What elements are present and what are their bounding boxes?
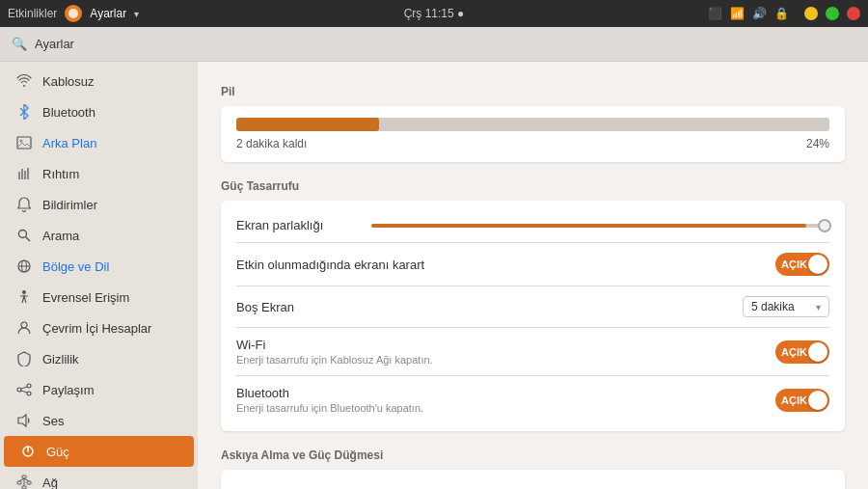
svg-rect-4 <box>21 169 23 179</box>
divider-3 <box>236 327 829 328</box>
wifi-toggle-knob <box>808 342 827 362</box>
svg-line-8 <box>26 237 31 242</box>
sidebar-item-hesaplar[interactable]: Çevrim İçi Hesaplar <box>0 312 198 343</box>
lock-icon: 🔒 <box>774 7 789 20</box>
brightness-thumb[interactable] <box>818 219 831 232</box>
svg-point-7 <box>19 231 27 238</box>
svg-point-0 <box>68 9 78 18</box>
svg-line-28 <box>24 478 29 481</box>
guc-label: Güç <box>46 445 178 459</box>
power-saving-section-label: Güç Tasarrufu <box>221 179 845 193</box>
window-btn-max[interactable] <box>826 7 839 20</box>
blank-screen-dropdown[interactable]: 5 dakika ▾ <box>743 296 829 317</box>
blank-screen-row: Boş Ekran 5 dakika ▾ <box>236 290 829 323</box>
screen-blank-toggle[interactable]: AÇIK <box>775 253 829 276</box>
svg-line-18 <box>21 391 27 393</box>
wifi-icon <box>15 72 33 90</box>
bluetooth-row: Bluetooth Enerji tasarrufu için Bluetoot… <box>236 380 829 420</box>
sidebar-item-arkaplan[interactable]: Arka Plan <box>0 127 198 158</box>
blank-screen-value: 5 dakika <box>751 300 795 313</box>
window-btn-min[interactable] <box>804 7 818 20</box>
erisim-icon <box>15 288 33 306</box>
ses-label: Ses <box>42 414 182 428</box>
blank-screen-dropdown-arrow: ▾ <box>816 302 821 312</box>
sidebar-item-paylasim[interactable]: Paylaşım <box>0 374 198 405</box>
svg-rect-3 <box>18 172 20 179</box>
wifi-sublabel: Enerji tasarrufu için Kablosuz Ağı kapat… <box>236 354 433 366</box>
divider-1 <box>236 242 829 243</box>
battery-time-left: 2 dakika kaldı <box>236 137 307 150</box>
gizlilik-label: Gizlilik <box>42 352 182 367</box>
suspend-card: Kendiliğinden askıya al Pille çalışırken… <box>221 470 845 489</box>
wifi-row: Wi-Fi Enerji tasarrufu için Kablosuz Ağı… <box>236 332 829 371</box>
network-icon: 📶 <box>730 7 745 20</box>
bolge-label: Bölge ve Dil <box>42 259 182 274</box>
topbar-left: Etkinlikler Ayarlar ▾ <box>8 5 139 22</box>
battery-info: 2 dakika kaldı 24% <box>236 137 829 150</box>
wifi-toggle[interactable]: AÇIK <box>775 340 829 364</box>
svg-rect-25 <box>27 481 31 484</box>
svg-point-14 <box>27 384 31 388</box>
bluetooth-icon <box>15 103 33 121</box>
battery-section-label: Pil <box>221 85 845 98</box>
content-area: Kablosuz Bluetooth Arka Plan Rıhtım <box>0 62 868 489</box>
auto-suspend-row: Kendiliğinden askıya al Pille çalışırken <box>236 481 829 489</box>
topbar: Etkinlikler Ayarlar ▾ Çrş 11:15 ● ⬛ 📶 🔊 … <box>0 0 868 27</box>
screen-blank-toggle-label: AÇIK <box>781 258 807 270</box>
bluetooth-setting-label: Bluetooth <box>236 386 423 400</box>
sidebar-item-rihtim[interactable]: Rıhtım <box>0 158 198 189</box>
gizlilik-icon <box>15 350 33 367</box>
rihtim-label: Rıhtım <box>42 167 182 181</box>
svg-rect-22 <box>22 475 26 478</box>
app-name[interactable]: Ayarlar <box>90 7 126 20</box>
screen-blank-row: Etkin olunmadığında ekranı karart AÇIK <box>236 247 829 282</box>
topbar-right: ⬛ 📶 🔊 🔒 <box>708 7 860 20</box>
arama-icon <box>15 227 33 244</box>
svg-rect-6 <box>27 168 29 179</box>
wifi-label-wrap: Wi-Fi Enerji tasarrufu için Kablosuz Ağı… <box>236 338 433 366</box>
brightness-slider[interactable] <box>371 224 829 228</box>
divider-2 <box>236 285 829 286</box>
sidebar-item-gizlilik[interactable]: Gizlilik <box>0 343 198 374</box>
screen-blank-toggle-knob <box>808 255 827 274</box>
svg-point-15 <box>17 388 21 392</box>
sidebar-item-erisim[interactable]: Evrensel Erişim <box>0 282 198 312</box>
volume-icon: 🔊 <box>752 7 767 20</box>
ses-icon <box>15 412 33 429</box>
arama-label: Arama <box>42 229 182 243</box>
bolge-icon <box>15 258 33 275</box>
main-panel: Pil 2 dakika kaldı 24% Güç Tasarrufu Ekr… <box>198 62 868 489</box>
hesaplar-icon <box>15 319 33 337</box>
discord-icon: ⬛ <box>708 7 722 20</box>
ag-icon <box>15 474 33 489</box>
sidebar-item-bluetooth[interactable]: Bluetooth <box>0 96 198 127</box>
activities-label[interactable]: Etkinlikler <box>8 7 57 20</box>
svg-point-16 <box>27 392 31 395</box>
sidebar-item-arama[interactable]: Arama <box>0 220 198 251</box>
window-btn-close[interactable] <box>847 7 860 20</box>
topbar-time: Çrş 11:15 ● <box>404 7 465 20</box>
erisim-label: Evrensel Erişim <box>42 290 182 305</box>
battery-bar <box>236 118 829 131</box>
wifi-label: Wi-Fi <box>236 338 433 352</box>
bluetooth-toggle[interactable]: AÇIK <box>775 389 829 412</box>
sidebar-item-guc[interactable]: Güç <box>4 436 194 467</box>
screen-blank-label: Etkin olunmadığında ekranı karart <box>236 258 424 272</box>
topbar-dropdown-arrow[interactable]: ▾ <box>134 9 139 19</box>
search-icon: 🔍 <box>12 37 27 51</box>
sidebar-item-bildirimler[interactable]: Bildirimler <box>0 189 198 220</box>
sidebar-item-ses[interactable]: Ses <box>0 405 198 436</box>
wifi-toggle-label: AÇIK <box>781 346 807 358</box>
bluetooth-toggle-label: AÇIK <box>781 394 807 406</box>
guc-icon <box>19 443 37 460</box>
sidebar-item-kablosuz[interactable]: Kablosuz <box>0 66 198 96</box>
paylasim-label: Paylaşım <box>42 383 182 397</box>
battery-percent: 24% <box>806 137 829 150</box>
battery-fill <box>236 118 379 131</box>
bluetooth-toggle-knob <box>808 391 827 410</box>
svg-line-26 <box>19 478 24 481</box>
sidebar-item-ag[interactable]: Ağ <box>0 467 198 489</box>
sidebar-item-bolge[interactable]: Bölge ve Dil <box>0 251 198 282</box>
search-input[interactable] <box>35 37 189 51</box>
svg-rect-1 <box>17 137 31 149</box>
